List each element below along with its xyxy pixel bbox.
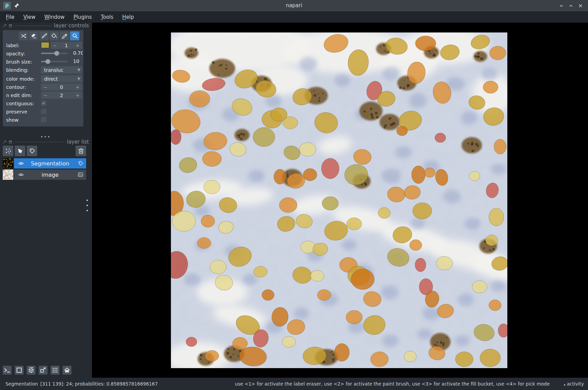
minimize-button[interactable] (557, 2, 565, 10)
new-points-layer-button[interactable] (3, 146, 13, 156)
n-edit-dim-spinbox: − 2 + (41, 92, 82, 99)
preserve-row: preserve (6, 108, 81, 115)
float-panel-icon[interactable] (3, 140, 6, 144)
paintbrush-button[interactable] (39, 31, 49, 40)
brush-size-row: brush size: 10 (6, 58, 81, 65)
decrement-button[interactable]: − (53, 43, 57, 48)
label-row: label: − 1 + (6, 42, 81, 49)
console-button[interactable] (3, 366, 12, 375)
label-spinbox: − 1 + (51, 42, 82, 49)
left-dock-panel: layer controls label: (0, 23, 92, 378)
preserve-labels-checkbox[interactable] (41, 109, 46, 114)
labels-layer-type-icon (78, 161, 83, 166)
layer-controls-header: layer controls (3, 23, 89, 29)
segmentation-thumbnail (3, 158, 13, 169)
decrement-button[interactable]: − (43, 84, 48, 90)
color-mode-dropdown[interactable]: direct ▼ (41, 75, 82, 82)
status-shortcut-hint: use <1> for activate the label eraser, u… (235, 381, 550, 387)
activity-arrow-icon: ▴ (564, 382, 566, 387)
window-title: napari (0, 0, 588, 11)
increment-button[interactable]: + (76, 93, 80, 98)
layer-list-title: layer list (67, 139, 89, 145)
increment-button[interactable]: + (76, 43, 80, 48)
maximize-button[interactable] (567, 2, 575, 10)
activity-toggle[interactable]: ▴activity (564, 381, 584, 387)
grid-view-button[interactable] (51, 366, 59, 375)
decrement-button[interactable]: − (43, 93, 48, 98)
n-edit-dim-row: n edit dim: − 2 + (6, 92, 81, 99)
eraser-button[interactable] (29, 31, 38, 40)
layer-list-toolbar (3, 146, 86, 156)
menu-plugins[interactable]: Plugins (69, 12, 96, 22)
new-labels-layer-button[interactable] (27, 146, 37, 156)
shuffle-colors-button[interactable] (19, 31, 28, 40)
title-bar[interactable]: napari (0, 0, 588, 11)
status-coordinates: [311 139]: 24; probabilities: 0.85898578… (40, 381, 158, 387)
layer-row-image[interactable]: image (3, 170, 86, 180)
contour-spinbox: − 0 + (41, 83, 82, 91)
menu-help[interactable]: Help (118, 12, 138, 22)
opacity-value: 0.70 (73, 50, 83, 56)
contiguous-row: contiguous: ✓ (6, 100, 81, 107)
hide-panel-icon[interactable] (9, 140, 12, 144)
transpose-dimensions-button[interactable] (39, 366, 48, 375)
close-button[interactable] (576, 2, 585, 10)
opacity-slider-handle[interactable] (54, 51, 59, 56)
brush-size-slider[interactable] (41, 61, 68, 62)
blending-dropdown[interactable]: transluc ▼ (41, 66, 82, 73)
new-shapes-layer-button[interactable] (15, 146, 25, 156)
ndisplay-2d3d-button[interactable] (15, 366, 24, 375)
header-divider (14, 142, 65, 142)
increment-button[interactable]: + (76, 84, 80, 90)
menu-bar: File View Window Plugins Tools Help (0, 11, 588, 23)
layer-controls-box: label: − 1 + opacity: 0.70 brush size: 1… (3, 30, 83, 126)
show-row: show (6, 116, 81, 123)
home-reset-view-button[interactable] (63, 366, 71, 375)
color-mode-row: color mode: direct ▼ (6, 75, 81, 82)
color-picker-button[interactable] (60, 31, 69, 40)
layer-row-segmentation[interactable]: Segmentation (3, 158, 86, 169)
roll-dimensions-button[interactable] (27, 366, 36, 375)
brush-size-slider-handle[interactable] (45, 59, 50, 64)
contiguous-checkbox[interactable]: ✓ (41, 100, 46, 106)
blending-row: blending: transluc ▼ (6, 66, 81, 73)
opacity-slider[interactable] (41, 53, 68, 54)
histology-image-canvas[interactable] (171, 32, 507, 368)
label-color-swatch[interactable] (41, 42, 49, 48)
label-tools-row (19, 31, 79, 40)
menu-window[interactable]: Window (40, 12, 69, 22)
fill-bucket-button[interactable] (50, 31, 59, 40)
float-panel-icon[interactable] (3, 24, 6, 28)
layer-list-header: layer list (3, 139, 89, 145)
hide-panel-icon[interactable] (9, 24, 12, 28)
status-layer-name: Segmentation (5, 381, 38, 387)
zoom-button[interactable] (70, 31, 79, 40)
image-thumbnail (3, 170, 13, 180)
layer-controls-title: layer controls (54, 23, 89, 29)
visibility-eye-icon[interactable] (18, 172, 24, 177)
menu-view[interactable]: View (19, 12, 40, 22)
brush-size-value: 10 (73, 58, 83, 64)
contour-row: contour: − 0 + (6, 83, 81, 91)
status-bar: Segmentation [311 139]: 24; probabilitie… (0, 378, 588, 390)
menu-file[interactable]: File (1, 12, 19, 22)
show-selected-checkbox[interactable] (41, 117, 46, 122)
dropdown-arrow-icon: ▼ (78, 77, 80, 81)
delete-layer-button[interactable] (76, 146, 86, 156)
header-divider (14, 26, 52, 26)
panel-splitter-handle[interactable] (86, 200, 89, 211)
opacity-row: opacity: 0.70 (6, 50, 81, 57)
menu-tools[interactable]: Tools (96, 12, 118, 22)
dropdown-arrow-icon: ▼ (78, 68, 80, 72)
canvas-viewport[interactable] (92, 23, 588, 378)
image-layer-type-icon (78, 172, 83, 177)
viewer-buttons-bar (3, 366, 71, 375)
visibility-eye-icon[interactable] (18, 161, 24, 166)
